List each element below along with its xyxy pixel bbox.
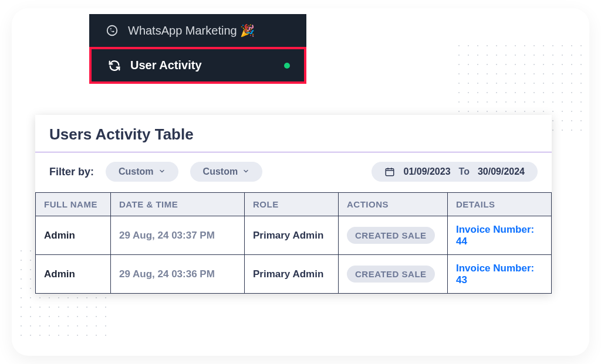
action-badge: CREATED SALE — [347, 227, 435, 244]
date-end: 30/09/2024 — [478, 166, 525, 177]
date-to-label: To — [459, 166, 470, 177]
th-role: ROLE — [245, 193, 339, 216]
panel-title: Users Activity Table — [35, 115, 552, 152]
th-actions: ACTIONS — [339, 193, 448, 216]
filter-select-value: Custom — [203, 166, 238, 177]
cell-action: CREATED SALE — [339, 216, 448, 255]
cell-full-name: Admin — [36, 216, 111, 255]
nav-item-whatsapp-marketing[interactable]: WhatsApp Marketing 🎉 — [89, 14, 306, 47]
th-full-name: FULL NAME — [36, 193, 111, 216]
cell-detail: Invoice Number: 44 — [448, 216, 552, 255]
filter-select-1[interactable]: Custom — [106, 162, 178, 182]
invoice-link[interactable]: Invoice Number: 44 — [456, 224, 534, 247]
active-indicator-dot — [284, 63, 290, 69]
cell-date-time: 29 Aug, 24 03:37 PM — [111, 216, 245, 255]
cell-action: CREATED SALE — [339, 255, 448, 294]
filter-select-2[interactable]: Custom — [190, 162, 263, 182]
th-details: DETAILS — [448, 193, 552, 216]
cell-detail: Invoice Number: 43 — [448, 255, 552, 294]
invoice-link[interactable]: Invoice Number: 43 — [456, 263, 534, 285]
date-range-picker[interactable]: 01/09/2023 To 30/09/2024 — [372, 162, 538, 182]
whatsapp-icon — [106, 24, 119, 37]
filter-bar: Filter by: Custom Custom 01/09/2023 To 3… — [35, 152, 552, 192]
th-date-time: DATE & TIME — [111, 193, 245, 216]
table-row: Admin 29 Aug, 24 03:36 PM Primary Admin … — [36, 255, 552, 294]
cell-role: Primary Admin — [245, 216, 339, 255]
cell-full-name: Admin — [36, 255, 111, 294]
nav-item-user-activity[interactable]: User Activity — [89, 47, 306, 84]
filter-select-value: Custom — [119, 166, 154, 177]
svg-rect-1 — [386, 169, 394, 176]
date-start: 01/09/2023 — [403, 166, 450, 177]
cell-date-time: 29 Aug, 24 03:36 PM — [111, 255, 245, 294]
nav-item-label: WhatsApp Marketing 🎉 — [128, 23, 255, 38]
calendar-icon — [384, 166, 395, 177]
nav-item-label: User Activity — [130, 59, 202, 72]
filter-label: Filter by: — [49, 166, 94, 178]
table-header-row: FULL NAME DATE & TIME ROLE ACTIONS DETAI… — [36, 193, 552, 216]
side-nav: WhatsApp Marketing 🎉 User Activity — [89, 14, 306, 84]
users-activity-table: FULL NAME DATE & TIME ROLE ACTIONS DETAI… — [35, 192, 552, 294]
action-badge: CREATED SALE — [347, 266, 435, 283]
refresh-icon — [108, 59, 121, 72]
chevron-down-icon — [158, 166, 166, 177]
svg-point-0 — [107, 26, 117, 36]
users-activity-panel: Users Activity Table Filter by: Custom C… — [35, 115, 552, 294]
cell-role: Primary Admin — [245, 255, 339, 294]
table-row: Admin 29 Aug, 24 03:37 PM Primary Admin … — [36, 216, 552, 255]
chevron-down-icon — [242, 166, 249, 177]
divider — [35, 152, 552, 152]
